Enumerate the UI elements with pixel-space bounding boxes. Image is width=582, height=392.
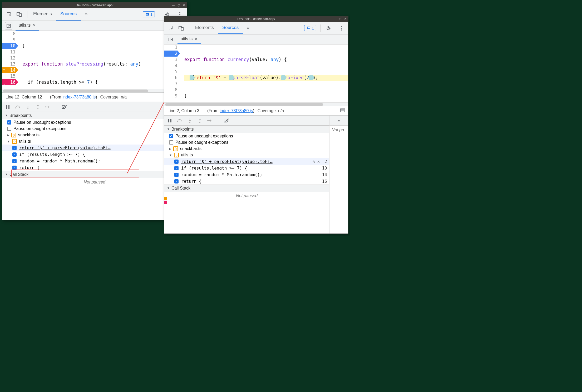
- line-number[interactable]: 3: [164, 57, 177, 63]
- tab-more[interactable]: »: [81, 8, 92, 21]
- breakpoints-file-header[interactable]: ▼⟨⟩utils.ts: [164, 152, 329, 158]
- pause-caught-row[interactable]: Pause on caught exceptions: [164, 139, 329, 146]
- pause-uncaught-row[interactable]: Pause on uncaught exceptions: [164, 133, 329, 139]
- breakpoints-section-header[interactable]: ▼Breakpoints: [164, 126, 329, 133]
- breakpoint-text[interactable]: if (results.length >= 7) {: [19, 152, 175, 157]
- step-into-icon[interactable]: [25, 104, 31, 110]
- line-number[interactable]: 13: [2, 61, 16, 67]
- line-number[interactable]: 1: [164, 44, 177, 51]
- sourcemap-link[interactable]: index-73f73a80.js: [220, 108, 253, 113]
- breakpoint-text[interactable]: return '$' + parseFloat(value).toFi…: [181, 159, 310, 164]
- step-over-icon[interactable]: [177, 118, 183, 123]
- close-icon[interactable]: ✕: [343, 17, 347, 21]
- step-out-icon[interactable]: [35, 104, 41, 110]
- inspect-icon[interactable]: [167, 24, 175, 32]
- line-number[interactable]: 8: [164, 87, 177, 93]
- line-number[interactable]: 4: [164, 63, 177, 69]
- line-number[interactable]: 5: [164, 69, 177, 75]
- breakpoints-file-header[interactable]: ▶⟨⟩snackbar.ts: [164, 146, 329, 152]
- checkbox[interactable]: [12, 152, 17, 157]
- navigator-toggle-icon[interactable]: [167, 36, 174, 43]
- checkbox[interactable]: [174, 160, 179, 164]
- step-over-icon[interactable]: [15, 104, 21, 110]
- breakpoint-item[interactable]: if (results.length >= 7) {10: [2, 151, 187, 158]
- inspect-icon[interactable]: [6, 11, 13, 18]
- deactivate-breakpoints-icon[interactable]: [224, 118, 229, 123]
- checkbox[interactable]: [174, 179, 179, 183]
- checkbox[interactable]: [12, 166, 17, 170]
- code-editor[interactable]: 1 2 3 4 5 6 7 8 9 export function curren…: [164, 44, 348, 102]
- sourcemap-link[interactable]: index-73f73a80.js: [62, 95, 96, 99]
- close-file-icon[interactable]: ✕: [33, 23, 36, 27]
- code-editor[interactable]: 8 9 10 11 12 13 ?14 15 ‥16 } export func…: [2, 31, 187, 89]
- breakpoint-item[interactable]: return {16: [2, 164, 187, 171]
- callstack-section-header[interactable]: ▼Call Stack: [2, 171, 187, 178]
- breakpoint-item[interactable]: return '$' + parseFloat(value).toFi…✎✕2: [2, 145, 187, 151]
- line-number[interactable]: 12: [2, 55, 16, 61]
- breakpoint-item[interactable]: random = random * Math.random();14: [164, 171, 329, 178]
- checkbox[interactable]: [7, 120, 11, 125]
- breakpoint-text[interactable]: return '$' + parseFloat(value).toFi…: [19, 145, 167, 150]
- tab-sources[interactable]: Sources: [56, 8, 81, 21]
- checkbox[interactable]: [12, 146, 17, 150]
- inline-breakpoint-icon[interactable]: [309, 75, 313, 80]
- code-area[interactable]: } export function slowProcessing(results…: [18, 31, 187, 89]
- navigator-toggle-icon[interactable]: [5, 22, 12, 29]
- breakpoints-section-header[interactable]: ▼Breakpoints: [2, 112, 187, 119]
- breakpoint-item[interactable]: return '$' + parseFloat(value).toFi…✎✕2: [164, 158, 329, 165]
- breakpoint-item[interactable]: random = random * Math.random();14: [2, 158, 187, 164]
- breakpoint-marker[interactable]: 10: [2, 43, 16, 49]
- checkbox[interactable]: [174, 166, 179, 170]
- step-icon[interactable]: [45, 104, 51, 110]
- list-icon[interactable]: [340, 108, 345, 113]
- file-tab-utils[interactable]: utils.ts ✕: [177, 34, 201, 44]
- maximize-icon[interactable]: ▢: [338, 17, 342, 21]
- breakpoint-item[interactable]: if (results.length >= 7) {10: [164, 165, 329, 171]
- line-number[interactable]: 9: [2, 37, 16, 43]
- line-number[interactable]: 15: [2, 73, 16, 79]
- step-into-icon[interactable]: [187, 118, 193, 123]
- breakpoint-marker[interactable]: 2: [164, 51, 177, 57]
- gutter[interactable]: 8 9 10 11 12 13 ?14 15 ‥16: [2, 31, 18, 89]
- issues-badge[interactable]: 1: [143, 11, 155, 17]
- pause-uncaught-row[interactable]: Pause on uncaught exceptions: [2, 119, 187, 126]
- breakpoints-file-header[interactable]: ▶⟨⟩snackbar.ts: [2, 132, 187, 138]
- maximize-icon[interactable]: ▢: [177, 3, 180, 7]
- checkbox[interactable]: [169, 134, 173, 138]
- horizontal-scrollbar[interactable]: [164, 102, 348, 106]
- conditional-breakpoint-marker[interactable]: ?14: [2, 67, 16, 73]
- close-icon[interactable]: ✕: [182, 3, 186, 7]
- device-icon[interactable]: [16, 11, 23, 18]
- line-number[interactable]: 7: [164, 81, 177, 87]
- breakpoint-text[interactable]: random = random * Math.random();: [19, 158, 175, 163]
- file-tab-utils[interactable]: utils.ts ✕: [16, 21, 39, 31]
- breakpoint-text[interactable]: random = random * Math.random();: [181, 172, 317, 177]
- logpoint-marker[interactable]: ‥16: [2, 79, 16, 85]
- checkbox[interactable]: [169, 140, 173, 145]
- line-number[interactable]: 6: [164, 75, 177, 81]
- tab-elements[interactable]: Elements: [191, 22, 218, 34]
- expand-icon[interactable]: »: [329, 116, 348, 126]
- breakpoints-file-header[interactable]: ▼⟨⟩utils.ts: [2, 138, 187, 145]
- gutter[interactable]: 1 2 3 4 5 6 7 8 9: [164, 44, 180, 102]
- pause-caught-row[interactable]: Pause on caught exceptions: [2, 126, 187, 132]
- tab-more[interactable]: »: [243, 22, 254, 34]
- remove-icon[interactable]: ✕: [317, 159, 320, 164]
- callstack-section-header[interactable]: ▼Call Stack: [164, 185, 329, 192]
- kebab-icon[interactable]: [338, 24, 345, 32]
- checkbox[interactable]: [12, 159, 17, 163]
- step-out-icon[interactable]: [197, 118, 203, 123]
- code-area[interactable]: export function currency(value: any) { r…: [180, 44, 348, 102]
- pause-icon[interactable]: [5, 104, 11, 110]
- issues-badge[interactable]: 1: [304, 25, 316, 31]
- pause-icon[interactable]: [167, 118, 173, 123]
- breakpoint-text[interactable]: if (results.length >= 7) {: [181, 166, 317, 171]
- breakpoint-item[interactable]: return {16: [164, 178, 329, 185]
- deactivate-breakpoints-icon[interactable]: [62, 104, 67, 110]
- minimize-icon[interactable]: —: [171, 3, 175, 7]
- close-file-icon[interactable]: ✕: [195, 37, 198, 41]
- checkbox[interactable]: [174, 173, 179, 177]
- line-number[interactable]: 11: [2, 49, 16, 55]
- line-number[interactable]: 9: [164, 93, 177, 99]
- tab-elements[interactable]: Elements: [29, 8, 56, 21]
